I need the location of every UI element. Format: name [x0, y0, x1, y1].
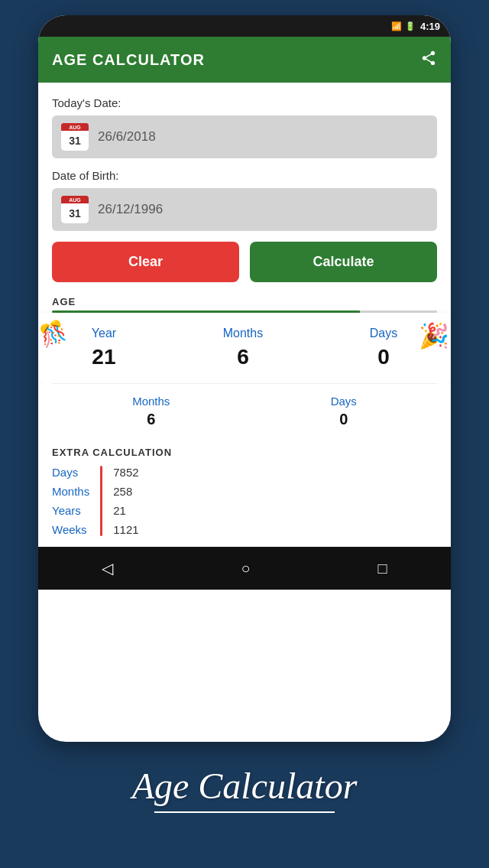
age-result-card: Year 21 Months 6 Days 0 — [38, 313, 451, 383]
calculate-button[interactable]: Calculate — [250, 242, 437, 282]
recent-button[interactable]: □ — [362, 554, 402, 584]
age-section-label: AGE — [52, 296, 437, 307]
months-value: 6 — [237, 345, 249, 369]
dob-calendar-icon: AUG 31 — [61, 196, 89, 223]
extra-months-label: Months — [132, 395, 170, 408]
extra-value-months: 258 — [113, 485, 138, 498]
cal-top-dob: AUG — [61, 196, 89, 203]
home-button[interactable]: ○ — [225, 554, 265, 584]
status-icons: 📶 🔋 — [391, 21, 416, 31]
today-calendar-icon: AUG 31 — [61, 123, 89, 151]
extra-label-days: Days — [52, 466, 89, 479]
extra-label-years: Years — [52, 504, 89, 517]
extra-value-days: 7852 — [113, 466, 138, 479]
status-time: 4:19 — [420, 21, 440, 32]
brand-underline — [154, 811, 335, 813]
brand-section: Age Calculator — [117, 742, 373, 828]
extra-value-weeks: 1121 — [113, 523, 138, 536]
dob-label: Date of Birth: — [52, 169, 437, 182]
main-content: Today's Date: AUG 31 26/6/2018 Date of B… — [38, 83, 451, 313]
dob-input[interactable]: AUG 31 26/12/1996 — [52, 188, 437, 231]
app-title: AGE CALCULATOR — [52, 51, 205, 69]
days-value: 0 — [377, 345, 390, 369]
battery-icon: 🔋 — [405, 21, 416, 31]
extra-section: Months 6 Days 0 EXTRA CALCULATION Days M… — [38, 383, 451, 536]
app-header: AGE CALCULATOR — [38, 37, 451, 83]
days-column: Days 0 — [370, 327, 397, 369]
year-column: Year 21 — [92, 327, 116, 369]
extra-months-col: Months 6 — [132, 395, 170, 428]
red-divider — [100, 466, 102, 536]
year-value: 21 — [92, 345, 115, 369]
extra-label-months: Months — [52, 485, 89, 498]
days-label: Days — [370, 327, 397, 340]
year-label: Year — [92, 327, 116, 340]
extra-calc-label: EXTRA CALCULATION — [52, 447, 437, 458]
button-row: Clear Calculate — [52, 242, 437, 282]
extra-value-years: 21 — [113, 504, 138, 517]
brand-title: Age Calculator — [132, 765, 358, 807]
extra-calc-labels: Days Months Years Weeks — [52, 466, 100, 536]
extra-days-value: 0 — [339, 411, 348, 428]
extra-calc-table: Days Months Years Weeks 7852 258 21 1121 — [52, 466, 437, 536]
months-days-row: Months 6 Days 0 — [52, 383, 437, 439]
cal-top-today: AUG — [61, 123, 89, 131]
back-button[interactable]: ◁ — [86, 553, 128, 584]
phone-frame: 📶 🔋 4:19 AGE CALCULATOR Today's Date: AU… — [38, 15, 451, 742]
cal-num-dob: 31 — [61, 203, 89, 223]
clear-button[interactable]: Clear — [52, 242, 239, 282]
nav-bar: ◁ ○ □ — [38, 547, 451, 590]
dob-value: 26/12/1996 — [98, 202, 163, 217]
extra-label-weeks: Weeks — [52, 523, 89, 536]
today-date-input[interactable]: AUG 31 26/6/2018 — [52, 115, 437, 158]
extra-months-value: 6 — [147, 411, 155, 428]
months-label: Months — [223, 327, 263, 340]
extra-calc-values: 7852 258 21 1121 — [113, 466, 138, 536]
confetti-right-icon: 🎉 — [419, 321, 449, 350]
share-icon[interactable] — [420, 50, 437, 70]
months-column: Months 6 — [223, 327, 263, 369]
extra-days-label: Days — [331, 395, 357, 408]
cal-num-today: 31 — [61, 131, 89, 151]
network-icon: 📶 — [391, 21, 402, 31]
today-date-value: 26/6/2018 — [98, 129, 156, 145]
status-bar: 📶 🔋 4:19 — [38, 15, 451, 37]
extra-days-col: Days 0 — [331, 395, 357, 428]
today-date-label: Today's Date: — [52, 96, 437, 109]
